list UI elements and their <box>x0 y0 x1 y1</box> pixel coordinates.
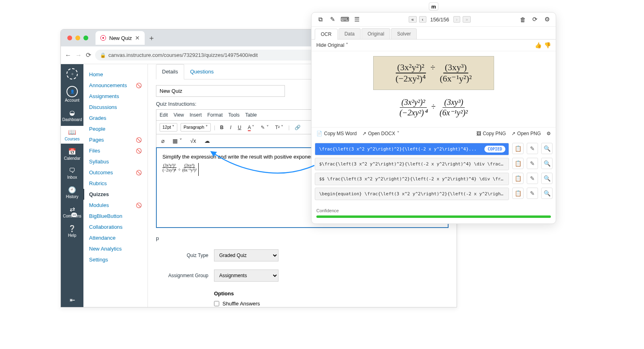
sidebar-item-people[interactable]: People <box>83 123 147 134</box>
menu-insert[interactable]: Insert <box>189 112 202 118</box>
shuffle-checkbox[interactable] <box>214 301 219 306</box>
gear-icon[interactable]: ⚙ <box>543 16 551 23</box>
menu-format[interactable]: Format <box>208 112 223 118</box>
tab-new-quiz[interactable]: New Quiz ✕ <box>96 31 145 45</box>
sidebar-item-home[interactable]: Home <box>83 69 147 80</box>
edit-icon[interactable]: ✎ <box>527 188 538 199</box>
textcolor-button[interactable]: A ˅ <box>246 124 256 131</box>
search-icon[interactable]: 🔍 <box>541 143 553 154</box>
nav-help[interactable]: ❔10Help <box>61 222 83 240</box>
new-tab-button[interactable]: ＋ <box>148 33 155 43</box>
open-png-button[interactable]: ↗ Open PNG <box>511 131 541 136</box>
export-settings-icon[interactable]: ⚙ <box>546 131 551 136</box>
mathpix-handle-icon[interactable]: m <box>429 2 438 10</box>
thumbs-down-icon[interactable]: 👎 <box>544 42 551 48</box>
paragraph-select[interactable]: Paragraph ˅ <box>181 123 210 132</box>
sidebar-item-assignments[interactable]: Assignments <box>83 91 147 102</box>
copy-icon[interactable]: 📋 <box>512 188 524 199</box>
back-button[interactable]: ← <box>65 52 71 59</box>
menu-edit[interactable]: Edit <box>160 112 168 118</box>
copy-png-button[interactable]: 🖼 Copy PNG <box>476 131 506 136</box>
ptab-original[interactable]: Original <box>361 28 390 39</box>
close-tab-icon[interactable]: ✕ <box>135 35 140 41</box>
sidebar-item-pages[interactable]: Pages🚫 <box>83 134 147 145</box>
fontsize-select[interactable]: 12pt ˅ <box>160 123 177 132</box>
underline-button[interactable]: U <box>236 124 243 131</box>
search-icon[interactable]: 🔍 <box>541 188 553 199</box>
nav-inbox[interactable]: 🗨Inbox <box>61 165 83 182</box>
brush-icon[interactable]: ✎ <box>328 16 337 23</box>
menu-view[interactable]: View <box>174 112 184 118</box>
bold-button[interactable]: B <box>218 124 225 131</box>
sidebar-item-outcomes[interactable]: Outcomes🚫 <box>83 167 147 178</box>
tab-questions[interactable]: Questions <box>184 64 220 79</box>
sidebar-item-collaborations[interactable]: Collaborations <box>83 222 147 232</box>
search-icon[interactable]: 🔍 <box>541 173 553 184</box>
shuffle-row[interactable]: Shuffle Answers <box>214 301 449 307</box>
code-block[interactable]: $$ \frac{\left(3 x^2 y^2\right)^2}{\left… <box>315 173 509 185</box>
copy-icon[interactable]: 📋 <box>512 158 524 169</box>
menu-tools[interactable]: Tools <box>229 112 240 118</box>
clear-button[interactable]: ⌀ <box>160 137 166 145</box>
nav-courses[interactable]: 📖Courses <box>61 126 83 144</box>
nav-history[interactable]: 🕘History <box>61 184 83 201</box>
ptab-data[interactable]: Data <box>339 28 361 39</box>
nav-calendar[interactable]: 📅Calendar <box>61 145 83 163</box>
ptab-solver[interactable]: Solver <box>391 28 417 39</box>
maximize-window-icon[interactable] <box>83 36 88 40</box>
code-block[interactable]: \frac{\left(3 x^2 y^2\right)^2}{\left(-2… <box>315 143 509 155</box>
prev-page-button[interactable]: ‹ <box>419 16 426 23</box>
nav-logo[interactable]: ⟐ <box>61 66 83 82</box>
tab-details[interactable]: Details <box>156 64 184 79</box>
quiztype-select[interactable]: Graded Quiz <box>214 249 278 261</box>
table-button[interactable]: ▦ ˅ <box>171 137 184 145</box>
crop-icon[interactable]: ⧉ <box>316 16 324 23</box>
open-docx-button[interactable]: ↗ Open DOCX ˅ <box>362 131 399 136</box>
lines-icon[interactable]: ☰ <box>353 16 361 23</box>
edit-icon[interactable]: ✎ <box>527 143 538 154</box>
sidebar-item-discussions[interactable]: Discussions <box>83 102 147 113</box>
sidebar-item-files[interactable]: Files🚫 <box>83 145 147 156</box>
nav-commons[interactable]: ⇄Commons <box>61 203 83 221</box>
sidebar-item-new-analytics[interactable]: New Analytics <box>83 243 147 254</box>
trash-icon[interactable]: 🗑 <box>519 16 527 23</box>
highlight-button[interactable]: ✎ ˅ <box>259 124 270 131</box>
link-button[interactable]: 🔗 <box>293 124 302 131</box>
nav-account[interactable]: 👤Account <box>61 84 83 105</box>
edit-icon[interactable]: ✎ <box>527 158 538 169</box>
sidebar-item-grades[interactable]: Grades <box>83 113 147 123</box>
sidebar-item-announcements[interactable]: Announcements🚫 <box>83 80 147 91</box>
collapse-nav-icon[interactable]: ⇤ <box>70 296 75 304</box>
keyboard-icon[interactable]: ⌨ <box>341 16 349 23</box>
superscript-button[interactable]: T² ˅ <box>274 124 285 131</box>
thumbs-up-icon[interactable]: 👍 <box>535 42 542 48</box>
sidebar-item-attendance[interactable]: Attendance <box>83 232 147 243</box>
sidebar-item-rubrics[interactable]: Rubrics <box>83 178 147 189</box>
last-page-button[interactable]: » <box>463 16 471 23</box>
reload-button[interactable]: ⟳ <box>86 51 91 59</box>
close-window-icon[interactable] <box>67 36 72 40</box>
minimize-window-icon[interactable] <box>75 36 80 40</box>
edit-icon[interactable]: ✎ <box>527 173 538 184</box>
copy-word-button[interactable]: 📄 Copy MS Word <box>316 131 357 136</box>
search-icon[interactable]: 🔍 <box>541 158 553 169</box>
menu-table[interactable]: Table <box>245 112 257 118</box>
first-page-button[interactable]: « <box>409 16 417 23</box>
sidebar-item-bigbluebutton[interactable]: BigBlueButton <box>83 211 147 222</box>
forward-button[interactable]: → <box>75 52 82 59</box>
sidebar-item-settings[interactable]: Settings <box>83 254 147 265</box>
ptab-ocr[interactable]: OCR <box>315 29 338 40</box>
sidebar-item-modules[interactable]: Modules🚫 <box>83 200 147 211</box>
sidebar-item-syllabus[interactable]: Syllabus <box>83 156 147 167</box>
sqrt-button[interactable]: √x <box>189 137 198 145</box>
hide-original-toggle[interactable]: Hide Original ˄ <box>316 42 348 48</box>
quiz-title-input[interactable] <box>156 85 285 97</box>
copy-icon[interactable]: 📋 <box>512 173 524 184</box>
sidebar-item-quizzes[interactable]: Quizzes <box>83 189 147 200</box>
italic-button[interactable]: I <box>229 124 233 131</box>
nav-dashboard[interactable]: ◒Dashboard <box>61 107 83 124</box>
copy-icon[interactable]: 📋 <box>512 143 524 154</box>
group-select[interactable]: Assignments <box>214 270 278 282</box>
code-block[interactable]: \begin{equation} \frac{\left(3 x^2 y^2\r… <box>315 188 509 200</box>
code-block[interactable]: $\frac{\left(3 x^2 y^2\right)^2}{\left(-… <box>315 158 509 170</box>
